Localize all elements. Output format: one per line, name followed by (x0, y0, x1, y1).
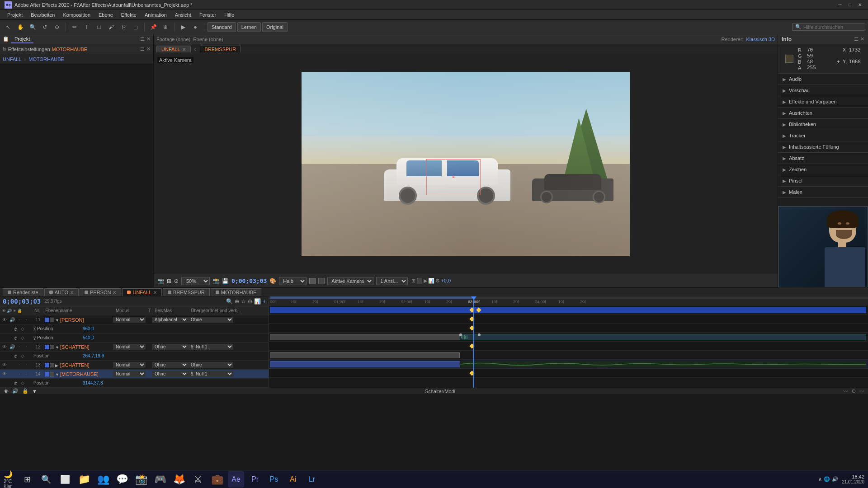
systray-sound-icon[interactable]: 🔊 (832, 476, 838, 482)
audio-12[interactable]: 🔊 (9, 344, 16, 349)
right-panel-menu-icon[interactable]: ☰ (854, 36, 859, 42)
tool-zoom[interactable]: 🔍 (27, 22, 38, 33)
tool-rotate[interactable]: ↺ (39, 22, 50, 33)
maximize-button[interactable]: □ (846, 1, 854, 9)
tool-play[interactable]: ▶ (178, 22, 189, 33)
menu-ebene[interactable]: Ebene (95, 11, 117, 19)
stopwatch-pos14-icon[interactable]: ⏱ (14, 381, 18, 386)
section-pinsel[interactable]: ▶ Pinsel (778, 175, 868, 187)
workspace-standard[interactable]: Standard (208, 22, 236, 32)
camera-select[interactable]: Aktive Kamera (327, 277, 373, 285)
menu-komposition[interactable]: Komposition (59, 11, 94, 19)
close-unfall-tab-icon[interactable]: ✕ (182, 47, 186, 52)
stopwatch-x-icon[interactable]: ⏱ (14, 327, 18, 332)
vp-render-icon[interactable]: ⬛ (416, 278, 423, 284)
section-absatz[interactable]: ▶ Absatz (778, 153, 868, 164)
vis-12[interactable]: 👁 (1, 344, 8, 349)
comp-tab-bremsspur[interactable]: BREMSSPUR (200, 46, 241, 52)
tl-options-icon[interactable]: ⊕ (235, 298, 239, 305)
solo-12[interactable]: · (16, 344, 23, 349)
menu-bearbeiten[interactable]: Bearbeiten (27, 11, 58, 19)
schalter-modi-label[interactable]: Schalter/Modi (425, 389, 455, 394)
tab-unfall[interactable]: UNFALL ✕ (122, 288, 162, 296)
section-inhaltsbasiert[interactable]: ▶ Inhaltsbasierte Füllung (778, 141, 868, 153)
section-ausrichten[interactable]: ▶ Ausrichten (778, 108, 868, 119)
keyframe-pos12-icon[interactable]: ◇ (21, 353, 27, 358)
tl-wave-right-icon[interactable]: 〰 (859, 389, 864, 394)
layer-row-13[interactable]: 👁 · · 13 ▶ [SCHATTEN] Norm (0, 361, 269, 370)
audio-11[interactable]: 🔊 (9, 317, 16, 322)
tool-hand[interactable]: ✋ (15, 22, 26, 33)
close-auto-icon[interactable]: ✕ (70, 290, 74, 295)
fx-panel-menu-icon[interactable]: ☰ (140, 46, 145, 52)
bewmas-14[interactable]: Ohne (152, 371, 188, 377)
tl-center-icon[interactable]: ⊙ (852, 388, 856, 394)
layer-row-14[interactable]: 👁 · · 14 ▼ [MOTORHAUBE] No (0, 370, 269, 379)
tab-auto[interactable]: AUTO ✕ (44, 288, 79, 296)
taskbar-xbox[interactable]: 🎮 (152, 471, 168, 488)
right-panel-close-icon[interactable]: ✕ (860, 36, 864, 42)
systray-network-icon[interactable]: 🌐 (824, 476, 830, 482)
taskbar-start[interactable]: ⊞ (19, 471, 35, 488)
mode-14[interactable]: Normal (113, 371, 146, 377)
expand-13[interactable]: ▶ (55, 362, 59, 368)
timeline-tracks[interactable]: 00f 10f 20f 01;00f 10f 20f 02;00f 10f 20… (269, 296, 868, 388)
tl-search-icon[interactable]: 🔍 (226, 298, 233, 305)
parent-11[interactable]: Ohne (188, 317, 233, 323)
breadcrumb-motorhaube[interactable]: MOTORHAUBE (28, 56, 64, 62)
keyframe-y-icon[interactable]: ◇ (21, 335, 27, 340)
taskbar-ae[interactable]: Ae (228, 471, 244, 488)
systray-up-icon[interactable]: ∧ (818, 476, 822, 482)
tool-select[interactable]: ↖ (3, 22, 14, 33)
viewport-time[interactable]: 0;00;03;03 (231, 277, 267, 284)
vp-plus-icon[interactable]: +0,0 (441, 278, 451, 284)
taskbar-lr[interactable]: Lr (304, 471, 320, 488)
section-zeichen[interactable]: ▶ Zeichen (778, 164, 868, 175)
window-controls[interactable]: ─ □ ✕ (836, 1, 863, 9)
vis-11[interactable]: 👁 (1, 317, 8, 322)
mode-13[interactable]: Normal (113, 362, 146, 368)
taskbar-game[interactable]: ⚔ (190, 471, 206, 488)
vp-mask-icon[interactable]: ⊙ (174, 278, 179, 284)
tab-renderliste[interactable]: Renderliste (3, 288, 43, 296)
ypos-value[interactable]: 540,0 (81, 335, 95, 340)
tab-bremsspur[interactable]: BREMSSPUR (163, 288, 210, 296)
tool-camera-orbit[interactable]: ⊙ (52, 22, 62, 33)
tl-switch-icon[interactable]: ▼ (32, 389, 37, 394)
vis-14[interactable]: 👁 (1, 371, 8, 376)
taskbar-photos[interactable]: 📸 (133, 471, 149, 488)
keyframe-pos14-icon[interactable]: ◇ (21, 380, 27, 385)
taskbar-search[interactable]: 🔍 (38, 471, 54, 488)
workspace-original[interactable]: Original (262, 22, 288, 32)
taskbar-firefox[interactable]: 🦊 (171, 471, 187, 488)
menu-hilfe[interactable]: Hilfe (221, 11, 238, 19)
solo-14[interactable]: · (16, 371, 23, 376)
taskbar-teams[interactable]: 👥 (95, 471, 111, 488)
vp-3d-icon[interactable]: ⊞ (411, 278, 415, 284)
section-vorschau[interactable]: ▶ Vorschau (778, 85, 868, 96)
tl-wave-left-icon[interactable]: 〰 (843, 389, 848, 394)
timeline-playhead[interactable] (473, 296, 474, 388)
tab-projekt[interactable]: Projekt (11, 35, 33, 43)
menu-fenster[interactable]: Fenster (196, 11, 220, 19)
track-pos14[interactable] (269, 369, 868, 378)
menu-effekte[interactable]: Effekte (118, 11, 140, 19)
lock-11[interactable]: · (23, 317, 29, 322)
expand-11[interactable]: ▼ (55, 317, 59, 323)
view-select[interactable]: 1 Ansi... (376, 277, 408, 285)
panel-menu-icon[interactable]: ☰ (140, 36, 145, 42)
tl-graph-icon[interactable]: 📊 (254, 298, 261, 305)
parent-13[interactable]: Ohne (188, 362, 233, 368)
stopwatch-y-icon[interactable]: ⏱ (14, 336, 18, 341)
vp-settings-icon[interactable]: ⚙ (435, 278, 440, 284)
pos14-value[interactable]: 3144,37,3 (81, 380, 104, 385)
section-effekte[interactable]: ▶ Effekte und Vorgaben (778, 96, 868, 108)
track-12[interactable] (269, 333, 868, 342)
track-13[interactable] (269, 351, 868, 360)
renderer-label[interactable]: Klassisch 3D (746, 37, 775, 42)
kf-12-a[interactable] (459, 333, 462, 336)
taskbar-ai[interactable]: Ai (285, 471, 301, 488)
tool-record[interactable]: ● (190, 22, 201, 33)
pos12-value[interactable]: 264,7,19,9 (81, 353, 105, 358)
comp-name-motorhaube[interactable]: MOTORHAUBE (52, 47, 88, 52)
